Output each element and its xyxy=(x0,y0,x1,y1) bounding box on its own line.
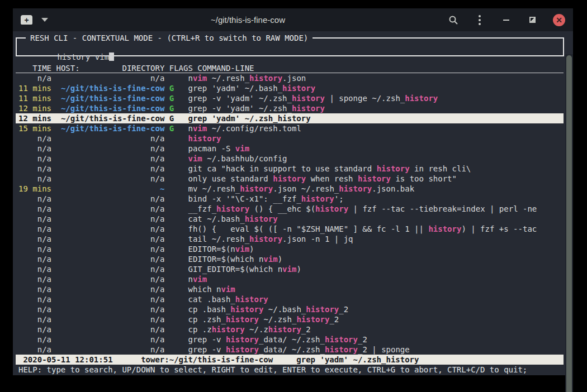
history-time: n/a xyxy=(18,164,51,173)
history-command: grep -v 'yadm' ~/.zsh_history | sponge ~… xyxy=(188,94,438,103)
history-command: history xyxy=(188,134,221,143)
history-row[interactable]: n/a n/a grep -v history_data/ ~/.zsh_his… xyxy=(16,345,564,355)
match-highlight: vim xyxy=(221,285,235,294)
history-row[interactable]: 11 mins ~/git/this-is-fine-cow G grep -v… xyxy=(16,93,564,103)
history-time: n/a xyxy=(18,245,51,254)
history-time: n/a xyxy=(18,335,51,344)
history-row[interactable]: n/a n/a __fzf_history () { __ehc $(histo… xyxy=(16,204,564,214)
minimize-button[interactable] xyxy=(500,15,512,26)
terminal-window: + ~/git/this-is-fine-cow ✕ RESH CLI - CO… xyxy=(13,8,573,375)
history-directory: n/a xyxy=(56,204,164,213)
history-time: n/a xyxy=(18,295,51,304)
match-highlight: history xyxy=(325,335,358,344)
history-command: EDITOR=$(which nvim) xyxy=(188,255,283,264)
history-flags xyxy=(169,305,183,314)
header-command: COMMAND-LINE xyxy=(197,64,254,73)
history-row[interactable]: n/a n/a git ca "hack in support to use s… xyxy=(16,164,564,174)
history-row[interactable]: n/a n/a EDITOR=$(nvim) xyxy=(16,244,564,254)
history-row[interactable]: n/a n/a nvim xyxy=(16,274,564,284)
history-row[interactable]: n/a n/a fh() { eval $( ([ -n "$ZSH_NAME"… xyxy=(16,224,564,234)
match-highlight: history xyxy=(226,345,259,354)
history-row[interactable]: n/a n/a vim ~/.bashhub/config xyxy=(16,154,564,164)
history-flags xyxy=(169,235,183,243)
close-button[interactable]: ✕ xyxy=(553,14,565,26)
status-time: 2020-05-11 12:01:51 xyxy=(18,355,113,364)
history-row[interactable]: n/a n/a bind -x '"\C-x1": __fzf_history'… xyxy=(16,194,564,204)
history-flags xyxy=(169,295,183,304)
match-highlight: history xyxy=(325,345,358,354)
history-row[interactable]: 12 mins ~/git/this-is-fine-cow G grep -v… xyxy=(16,103,564,113)
history-directory: n/a xyxy=(56,214,164,223)
history-time: n/a xyxy=(18,154,51,163)
history-command: __fzf_history () { __ehc $(history | fzf… xyxy=(188,204,537,213)
match-highlight: history xyxy=(249,74,282,83)
history-table: TIME HOST: DIRECTORY FLAGS COMMAND-LINE … xyxy=(16,63,564,355)
match-highlight: vim xyxy=(193,124,207,133)
restore-button[interactable] xyxy=(527,15,538,26)
history-time: n/a xyxy=(18,214,51,223)
chevron-down-icon[interactable] xyxy=(41,18,48,22)
history-row[interactable]: n/a n/a cat ~/.bash_history xyxy=(16,214,564,224)
history-flags xyxy=(169,265,183,274)
history-time: 12 mins xyxy=(18,114,51,123)
status-location: tower:~/git/this-is-fine-cow xyxy=(141,355,273,364)
history-directory: ~/git/this-is-fine-cow xyxy=(56,94,164,103)
history-row[interactable]: n/a n/a EDITOR=$(which nvim) xyxy=(16,254,564,264)
history-time: n/a xyxy=(18,315,51,324)
match-highlight: history xyxy=(226,315,259,324)
history-row[interactable]: n/a n/a which nvim xyxy=(16,284,564,294)
match-highlight: history xyxy=(188,134,221,143)
history-flags xyxy=(169,74,183,83)
history-flags: G xyxy=(169,114,183,123)
history-directory: n/a xyxy=(56,164,164,173)
search-panel: RESH CLI - CONTEXTUAL MODE - (CTRL+R to … xyxy=(16,37,564,56)
history-row[interactable]: n/a n/a tail ~/.resh_history.json -n 1 |… xyxy=(16,234,564,244)
history-directory: n/a xyxy=(56,295,164,304)
history-directory: n/a xyxy=(56,335,164,344)
history-time: n/a xyxy=(18,345,51,354)
history-command: GIT_EDITOR=$(which nvim) xyxy=(188,265,301,274)
history-command: cp .zsh_history ~/.zsh_history_2 xyxy=(188,315,339,324)
history-row[interactable]: n/a n/a nvim ~/.resh_history.json xyxy=(16,73,564,83)
history-row[interactable]: n/a n/a pacman -S vim xyxy=(16,144,564,154)
menu-kebab-icon[interactable] xyxy=(474,15,485,26)
history-command: which nvim xyxy=(188,285,235,294)
history-time: n/a xyxy=(18,144,51,153)
history-flags xyxy=(169,224,183,233)
history-time: n/a xyxy=(18,194,51,203)
history-row[interactable]: 11 mins ~/git/this-is-fine-cow G grep 'y… xyxy=(16,83,564,93)
history-time: n/a xyxy=(18,224,51,233)
history-row[interactable]: n/a n/a cat .bash_history xyxy=(16,294,564,304)
match-highlight: history xyxy=(405,94,438,103)
new-tab-button[interactable]: + xyxy=(21,15,32,25)
history-flags: G xyxy=(169,94,183,103)
history-row[interactable]: 15 mins ~/git/this-is-fine-cow G nvim ~/… xyxy=(16,123,564,133)
terminal-content: RESH CLI - CONTEXTUAL MODE - (CTRL+R to … xyxy=(13,31,573,375)
history-row[interactable]: n/a n/a GIT_EDITOR=$(which nvim) xyxy=(16,264,564,274)
history-command: mv ~/.resh_history.json ~/.resh_history.… xyxy=(188,184,415,193)
close-icon: ✕ xyxy=(556,16,562,24)
history-command: fh() { eval $( ([ -n "$ZSH_NAME" ] && fc… xyxy=(188,224,537,233)
history-row[interactable]: n/a n/a grep -v history_data/ ~/.zsh_his… xyxy=(16,334,564,345)
history-time: n/a xyxy=(18,305,51,314)
history-directory: n/a xyxy=(56,245,164,254)
history-row[interactable]: n/a n/a cp .zhistory ~/.zhistory_2 xyxy=(16,324,564,334)
history-time: 19 mins xyxy=(18,184,51,193)
history-command: git ca "hack in support to use standard … xyxy=(188,164,471,173)
history-row[interactable]: n/a n/a only use standard history when r… xyxy=(16,174,564,184)
history-row[interactable]: n/a n/a cp .bash_history ~/.bash_history… xyxy=(16,304,564,314)
history-command: nvim xyxy=(188,275,207,284)
search-button[interactable] xyxy=(448,15,459,26)
history-time: 11 mins xyxy=(18,84,51,93)
history-directory: n/a xyxy=(56,345,164,354)
history-time: n/a xyxy=(18,74,51,83)
scrollbar-thumb[interactable] xyxy=(566,55,572,392)
history-row[interactable]: n/a n/a history xyxy=(16,133,564,144)
history-row-selected[interactable]: 12 mins ~/git/this-is-fine-cow G grep 'y… xyxy=(16,113,564,123)
history-row[interactable]: 19 mins ~ mv ~/.resh_history.json ~/.res… xyxy=(16,184,564,194)
scrollbar[interactable] xyxy=(565,54,573,392)
history-row[interactable]: n/a n/a cp .zsh_history ~/.zsh_history_2 xyxy=(16,314,564,324)
match-highlight: history xyxy=(282,84,315,93)
help-line: HELP: type to search, UP/DOWN to select,… xyxy=(18,365,527,375)
history-directory: n/a xyxy=(56,134,164,143)
